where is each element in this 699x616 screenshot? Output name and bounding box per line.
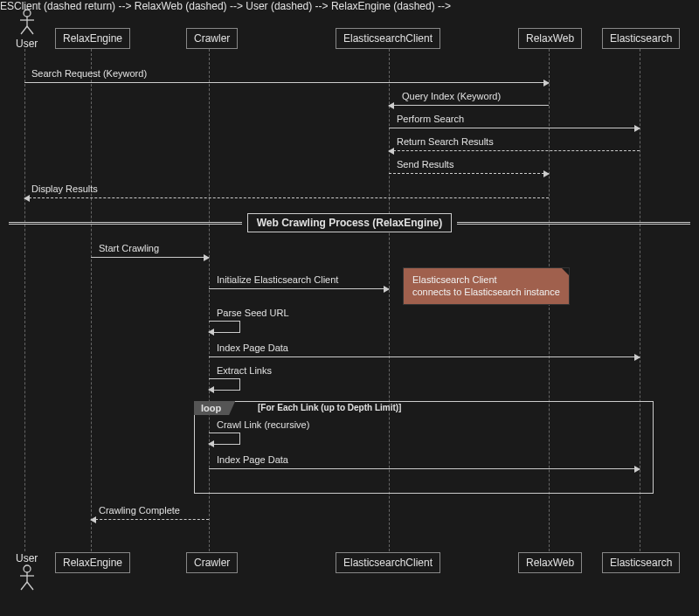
msg-crawling-complete: Crawling Complete [99, 505, 180, 516]
lifeline-relaxengine [91, 49, 92, 551]
loop-frame: loop [For Each Link (up to Depth Limit)] [194, 401, 654, 494]
msg-index-page-2: Index Page Data [217, 454, 288, 465]
loop-tab: loop [194, 401, 235, 415]
svg-line-3 [21, 26, 27, 34]
msg-index-page-1: Index Page Data [217, 343, 288, 353]
arrow-m6 [24, 197, 549, 198]
arrow-m9 [209, 321, 240, 333]
participant-relaxweb-top: RelaxWeb [518, 28, 582, 49]
svg-point-5 [24, 565, 31, 572]
msg-search-request: Search Request (Keyword) [31, 68, 147, 79]
section-divider: Web Crawling Process (RelaxEngine) [9, 213, 690, 232]
participant-elasticsearch-bottom: Elasticsearch [602, 552, 680, 573]
arrow-m1 [24, 82, 549, 83]
arrow-m5 [389, 173, 549, 174]
note-line1: Elasticsearch Client [412, 273, 560, 286]
arrow-m12 [209, 433, 240, 445]
participant-relaxengine-top: RelaxEngine [55, 28, 130, 49]
arrow-m11 [209, 378, 240, 391]
msg-display-results: Display Results [31, 183, 98, 194]
msg-perform-search: Perform Search [397, 114, 464, 124]
arrow-m14 [91, 519, 209, 520]
arrow-m7 [91, 257, 209, 258]
participant-relaxengine-bottom: RelaxEngine [55, 552, 130, 573]
msg-crawl-link: Crawl Link (recursive) [217, 419, 309, 430]
arrow-m4 [389, 150, 640, 151]
msg-query-index: Query Index (Keyword) [402, 91, 501, 101]
svg-line-8 [21, 582, 27, 590]
msg-parse-seed: Parse Seed URL [217, 308, 289, 318]
msg-extract-links: Extract Links [217, 365, 272, 376]
note-line2: connects to Elasticsearch instance [412, 286, 560, 298]
arrow-m3 [389, 128, 640, 128]
person-icon [18, 564, 36, 591]
participant-crawler-bottom: Crawler [186, 552, 238, 573]
actor-user-label-top: User [16, 38, 38, 50]
note-esclient: Elasticsearch Client connects to Elastic… [403, 267, 570, 305]
msg-start-crawling: Start Crawling [99, 243, 159, 253]
participant-elasticsearch-top: Elasticsearch [602, 28, 680, 49]
svg-point-0 [24, 10, 31, 17]
arrow-m13 [209, 468, 640, 469]
divider-label: Web Crawling Process (RelaxEngine) [247, 213, 453, 232]
arrow-m10 [209, 356, 640, 357]
arrow-m8 [209, 288, 389, 289]
person-icon [18, 9, 36, 35]
participant-relaxweb-bottom: RelaxWeb [518, 552, 582, 573]
participant-crawler-top: Crawler [186, 28, 238, 49]
svg-line-4 [27, 26, 33, 34]
lifeline-user [24, 49, 25, 551]
msg-send-results: Send Results [397, 159, 453, 170]
actor-user-bottom: User [16, 552, 38, 593]
arrow-m2 [389, 105, 549, 106]
svg-line-9 [27, 582, 33, 590]
loop-condition: [For Each Link (up to Depth Limit)] [258, 403, 401, 412]
msg-init-esclient: Initialize Elasticsearch Client [217, 274, 338, 285]
participant-esclient-bottom: ElasticsearchClient [336, 552, 440, 573]
actor-user-top: User [16, 9, 38, 50]
actor-user-label-bottom: User [16, 552, 38, 564]
participant-esclient-top: ElasticsearchClient [336, 28, 440, 49]
msg-return-results: Return Search Results [397, 136, 494, 147]
